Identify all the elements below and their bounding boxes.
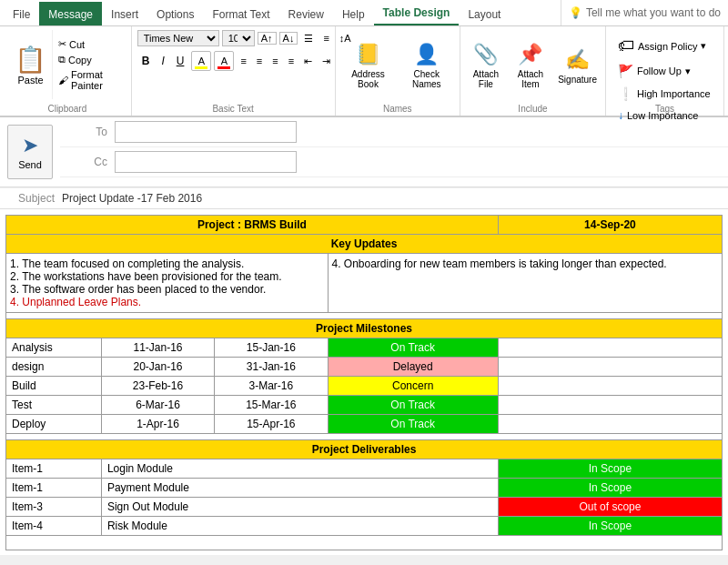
highlight-color-button[interactable]: A (191, 51, 211, 71)
lightbulb-icon: 💡 (569, 6, 582, 19)
font-grow-button[interactable]: A↑ (258, 32, 277, 45)
deliverable-item: Item-3 (6, 498, 102, 517)
updates-row: 1. The team focused on completing the an… (6, 254, 723, 313)
tab-help[interactable]: Help (333, 2, 374, 25)
flag-icon: 🚩 (618, 64, 633, 78)
font-group-label: Basic Text (132, 104, 335, 114)
milestone-name: Analysis (6, 338, 102, 358)
format-painter-button[interactable]: 🖌 Format Painter (58, 69, 122, 91)
deliverables-label: Project Deliverables (6, 440, 723, 459)
update-2: 2. The workstations have been provisione… (10, 270, 324, 283)
names-buttons: 📒 Address Book 👤 Check Names (341, 30, 454, 99)
font-controls: Times New 10 A↑ A↓ ☰ ≡ ↕A B I U A (137, 30, 329, 99)
deliverable-status: In Scope (498, 479, 722, 498)
deliverable-name: Payment Module (101, 479, 498, 498)
milestone-status: On Track (328, 338, 498, 358)
align-center-button[interactable]: ≡ (253, 54, 266, 68)
bold-button[interactable]: B (137, 53, 155, 69)
align-left-button[interactable]: ≡ (237, 54, 249, 68)
send-label: Send (18, 159, 42, 170)
tab-message[interactable]: Message (39, 2, 102, 25)
follow-up-arrow: ▾ (685, 66, 691, 77)
follow-up-button[interactable]: 🚩 Follow Up ▾ (613, 61, 715, 81)
check-names-icon: 👤 (412, 40, 441, 69)
names-group-label: Names (336, 104, 460, 114)
copy-button[interactable]: ⧉ Copy (58, 54, 122, 66)
address-book-icon: 📒 (354, 40, 383, 69)
dropdown-arrow: ▾ (701, 40, 706, 52)
tab-review[interactable]: Review (279, 2, 333, 25)
deliverable-item: Item-1 (6, 459, 102, 479)
attach-item-icon: 📌 (516, 40, 545, 69)
to-field[interactable] (115, 121, 297, 143)
tab-file[interactable]: File (4, 2, 39, 25)
update-1: 1. The team focused on completing the an… (10, 257, 324, 270)
milestone-end: 15-Jan-16 (215, 338, 328, 358)
signature-icon: ✍ (563, 45, 592, 75)
font-name-select[interactable]: Times New (137, 30, 219, 46)
updates-right: 4. Onboarding for new team members is ta… (328, 254, 723, 313)
justify-button[interactable]: ≡ (285, 54, 298, 68)
copy-icon: ⧉ (58, 54, 66, 66)
attach-file-button[interactable]: 📎 Attach File (466, 37, 506, 92)
font-color-button[interactable]: A (214, 51, 234, 71)
deliverable-name: Login Module (101, 459, 498, 479)
check-names-button[interactable]: 👤 Check Names (399, 37, 454, 92)
search-label[interactable]: Tell me what you want to do (586, 6, 721, 19)
policy-icon: 🏷 (618, 36, 634, 55)
deliverable-status: In Scope (498, 459, 722, 479)
milestone-name: design (6, 358, 102, 377)
deliverable-name: Sign Out Module (101, 498, 498, 517)
milestone-row: Build 23-Feb-16 3-Mar-16 Concern (6, 377, 723, 396)
tab-options[interactable]: Options (147, 2, 203, 25)
bullets-button[interactable]: ☰ (300, 31, 317, 46)
underline-button[interactable]: U (172, 53, 189, 69)
search-area: 💡 Tell me what you want to do (561, 0, 728, 25)
tab-insert[interactable]: Insert (102, 2, 147, 25)
format-painter-icon: 🖌 (58, 75, 68, 86)
milestone-extra (498, 358, 722, 377)
high-importance-icon: ❕ (618, 86, 633, 101)
milestone-end: 15-Mar-16 (215, 396, 328, 415)
key-updates-label: Key Updates (6, 235, 723, 254)
empty-row (6, 536, 723, 550)
indent-increase-button[interactable]: ⇥ (318, 54, 334, 69)
spacer-row-2 (6, 434, 723, 440)
milestone-start: 11-Jan-16 (101, 338, 214, 358)
milestone-extra (498, 396, 722, 415)
deliverable-name: Risk Module (101, 517, 498, 536)
numbering-button[interactable]: ≡ (319, 31, 332, 45)
italic-button[interactable]: I (157, 53, 168, 69)
font-size-select[interactable]: 10 (222, 30, 255, 46)
tab-layout[interactable]: Layout (459, 2, 510, 25)
milestone-start: 23-Feb-16 (101, 377, 214, 396)
milestone-start: 20-Jan-16 (101, 358, 214, 377)
high-importance-button[interactable]: ❕ High Importance (613, 84, 715, 104)
ribbon: File Message Insert Options Format Text … (0, 0, 728, 117)
assign-policy-button[interactable]: 🏷 Assign Policy ▾ (613, 34, 715, 58)
clipboard-group: 📋 Paste ✂ Cut ⧉ Copy 🖌 Format Painter Cl… (4, 26, 132, 116)
send-icon: ➤ (22, 134, 38, 157)
milestone-status: Concern (328, 377, 498, 396)
indent-decrease-button[interactable]: ⇤ (300, 54, 316, 69)
cc-label: Cc (60, 156, 115, 168)
clipboard-label: Clipboard (4, 104, 131, 114)
assign-policy-area: 🏷 Assign Policy ▾ (613, 34, 715, 58)
milestones-body: Analysis 11-Jan-16 15-Jan-16 On Track de… (6, 338, 723, 434)
updates-left: 1. The team focused on completing the an… (6, 254, 329, 313)
cc-field[interactable] (115, 151, 297, 173)
attach-item-button[interactable]: 📌 Attach Item (510, 37, 551, 92)
paste-button[interactable]: 📋 Paste (9, 30, 53, 99)
send-button[interactable]: ➤ Send (7, 125, 53, 179)
cut-button[interactable]: ✂ Cut (58, 38, 122, 50)
milestone-end: 15-Apr-16 (215, 415, 328, 434)
cc-row: Cc (60, 147, 728, 177)
signature-button[interactable]: ✍ Signature (555, 43, 600, 87)
align-right-button[interactable]: ≡ (268, 54, 281, 68)
tab-format-text[interactable]: Format Text (203, 2, 278, 25)
font-shrink-button[interactable]: A↓ (279, 32, 298, 45)
address-book-button[interactable]: 📒 Address Book (341, 37, 396, 92)
deliverable-status: Out of scope (498, 498, 722, 517)
tab-table-design[interactable]: Table Design (374, 0, 460, 25)
milestones-label: Project Milestones (6, 319, 723, 338)
